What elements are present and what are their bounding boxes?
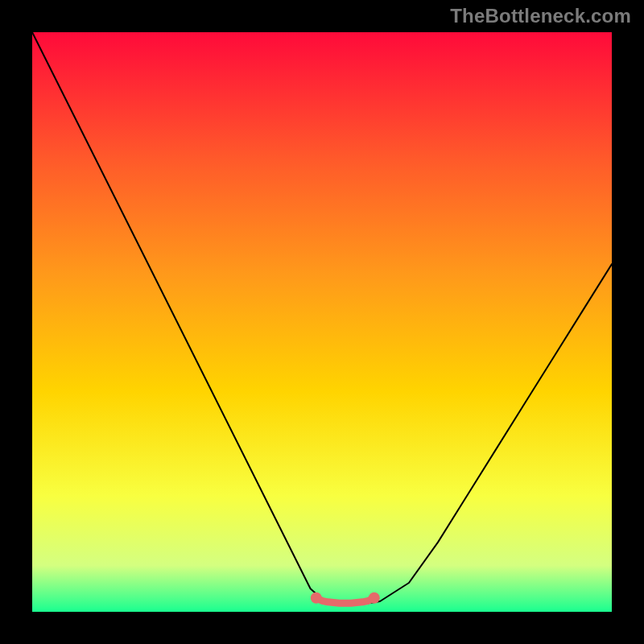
chart-frame: TheBottleneck.com: [0, 0, 644, 644]
plot-area: [32, 32, 612, 612]
flat-region-dot: [311, 592, 322, 604]
bottleneck-curve: [32, 32, 612, 603]
chart-svg: [32, 32, 612, 612]
flat-region-marker: [311, 592, 380, 604]
flat-region-line: [316, 598, 374, 604]
watermark-text: TheBottleneck.com: [450, 5, 631, 27]
flat-region-dot: [369, 592, 380, 604]
